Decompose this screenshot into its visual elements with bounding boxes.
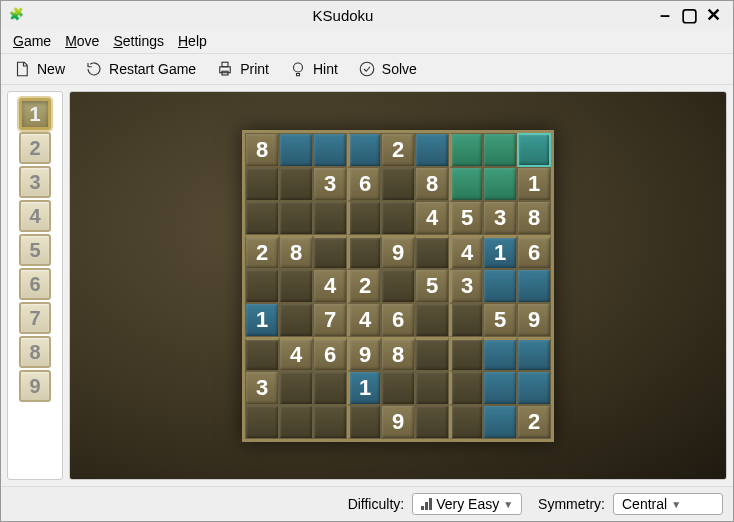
cell-r0-c2[interactable] xyxy=(313,133,347,167)
cell-r1-c5[interactable]: 8 xyxy=(415,167,449,201)
cell-r0-c4[interactable]: 2 xyxy=(381,133,415,167)
cell-r4-c7[interactable] xyxy=(483,269,517,303)
cell-r2-c7[interactable]: 3 xyxy=(483,201,517,235)
restart-button[interactable]: Restart Game xyxy=(85,60,196,78)
cell-r6-c2[interactable]: 6 xyxy=(313,337,347,371)
cell-r5-c2[interactable]: 7 xyxy=(313,303,347,337)
cell-r5-c3[interactable]: 4 xyxy=(347,303,381,337)
cell-r8-c7[interactable] xyxy=(483,405,517,439)
cell-r8-c4[interactable]: 9 xyxy=(381,405,415,439)
cell-r8-c6[interactable] xyxy=(449,405,483,439)
cell-r6-c1[interactable]: 4 xyxy=(279,337,313,371)
cell-r3-c0[interactable]: 2 xyxy=(245,235,279,269)
solve-button[interactable]: Solve xyxy=(358,60,417,78)
menu-help[interactable]: Help xyxy=(178,33,207,49)
cell-r7-c6[interactable] xyxy=(449,371,483,405)
cell-r7-c1[interactable] xyxy=(279,371,313,405)
hint-button[interactable]: Hint xyxy=(289,60,338,78)
cell-r4-c0[interactable] xyxy=(245,269,279,303)
cell-r1-c8[interactable]: 1 xyxy=(517,167,551,201)
palette-digit-9[interactable]: 9 xyxy=(19,370,51,402)
cell-r2-c3[interactable] xyxy=(347,201,381,235)
cell-r0-c0[interactable]: 8 xyxy=(245,133,279,167)
cell-r6-c6[interactable] xyxy=(449,337,483,371)
cell-r8-c8[interactable]: 2 xyxy=(517,405,551,439)
cell-r5-c6[interactable] xyxy=(449,303,483,337)
cell-r7-c4[interactable] xyxy=(381,371,415,405)
cell-r3-c3[interactable] xyxy=(347,235,381,269)
cell-r1-c2[interactable]: 3 xyxy=(313,167,347,201)
cell-r7-c3[interactable]: 1 xyxy=(347,371,381,405)
palette-digit-3[interactable]: 3 xyxy=(19,166,51,198)
cell-r2-c0[interactable] xyxy=(245,201,279,235)
cell-r1-c0[interactable] xyxy=(245,167,279,201)
cell-r4-c4[interactable] xyxy=(381,269,415,303)
cell-r1-c6[interactable] xyxy=(449,167,483,201)
cell-r6-c4[interactable]: 8 xyxy=(381,337,415,371)
cell-r3-c8[interactable]: 6 xyxy=(517,235,551,269)
palette-digit-7[interactable]: 7 xyxy=(19,302,51,334)
cell-r3-c4[interactable]: 9 xyxy=(381,235,415,269)
palette-digit-1[interactable]: 1 xyxy=(19,98,51,130)
cell-r0-c1[interactable] xyxy=(279,133,313,167)
close-button[interactable]: ✕ xyxy=(701,4,725,26)
cell-r2-c6[interactable]: 5 xyxy=(449,201,483,235)
cell-r0-c6[interactable] xyxy=(449,133,483,167)
cell-r4-c1[interactable] xyxy=(279,269,313,303)
cell-r0-c5[interactable] xyxy=(415,133,449,167)
cell-r3-c6[interactable]: 4 xyxy=(449,235,483,269)
cell-r7-c2[interactable] xyxy=(313,371,347,405)
cell-r7-c8[interactable] xyxy=(517,371,551,405)
menu-settings[interactable]: Settings xyxy=(113,33,164,49)
palette-digit-5[interactable]: 5 xyxy=(19,234,51,266)
print-button[interactable]: Print xyxy=(216,60,269,78)
palette-digit-2[interactable]: 2 xyxy=(19,132,51,164)
maximize-button[interactable]: ▢ xyxy=(677,4,701,26)
cell-r3-c2[interactable] xyxy=(313,235,347,269)
cell-r1-c4[interactable] xyxy=(381,167,415,201)
cell-r6-c8[interactable] xyxy=(517,337,551,371)
cell-r3-c1[interactable]: 8 xyxy=(279,235,313,269)
cell-r5-c5[interactable] xyxy=(415,303,449,337)
new-button[interactable]: New xyxy=(13,60,65,78)
cell-r4-c3[interactable]: 2 xyxy=(347,269,381,303)
palette-digit-8[interactable]: 8 xyxy=(19,336,51,368)
cell-r7-c7[interactable] xyxy=(483,371,517,405)
cell-r8-c5[interactable] xyxy=(415,405,449,439)
cell-r6-c0[interactable] xyxy=(245,337,279,371)
cell-r2-c8[interactable]: 8 xyxy=(517,201,551,235)
cell-r2-c2[interactable] xyxy=(313,201,347,235)
cell-r3-c5[interactable] xyxy=(415,235,449,269)
cell-r5-c1[interactable] xyxy=(279,303,313,337)
cell-r8-c2[interactable] xyxy=(313,405,347,439)
cell-r5-c0[interactable]: 1 xyxy=(245,303,279,337)
cell-r4-c8[interactable] xyxy=(517,269,551,303)
cell-r0-c7[interactable] xyxy=(483,133,517,167)
cell-r4-c5[interactable]: 5 xyxy=(415,269,449,303)
cell-r6-c5[interactable] xyxy=(415,337,449,371)
cell-r8-c3[interactable] xyxy=(347,405,381,439)
palette-digit-6[interactable]: 6 xyxy=(19,268,51,300)
cell-r2-c1[interactable] xyxy=(279,201,313,235)
minimize-button[interactable]: – xyxy=(653,5,677,26)
cell-r8-c0[interactable] xyxy=(245,405,279,439)
cell-r8-c1[interactable] xyxy=(279,405,313,439)
cell-r4-c2[interactable]: 4 xyxy=(313,269,347,303)
cell-r1-c7[interactable] xyxy=(483,167,517,201)
cell-r7-c5[interactable] xyxy=(415,371,449,405)
difficulty-combo[interactable]: Very Easy ▼ xyxy=(412,493,522,515)
cell-r6-c3[interactable]: 9 xyxy=(347,337,381,371)
cell-r5-c7[interactable]: 5 xyxy=(483,303,517,337)
menu-move[interactable]: Move xyxy=(65,33,99,49)
cell-r1-c1[interactable] xyxy=(279,167,313,201)
menu-game[interactable]: Game xyxy=(13,33,51,49)
palette-digit-4[interactable]: 4 xyxy=(19,200,51,232)
cell-r5-c8[interactable]: 9 xyxy=(517,303,551,337)
cell-r1-c3[interactable]: 6 xyxy=(347,167,381,201)
cell-r2-c5[interactable]: 4 xyxy=(415,201,449,235)
cell-r2-c4[interactable] xyxy=(381,201,415,235)
cell-r0-c3[interactable] xyxy=(347,133,381,167)
cell-r0-c8[interactable] xyxy=(517,133,551,167)
cell-r7-c0[interactable]: 3 xyxy=(245,371,279,405)
cell-r4-c6[interactable]: 3 xyxy=(449,269,483,303)
